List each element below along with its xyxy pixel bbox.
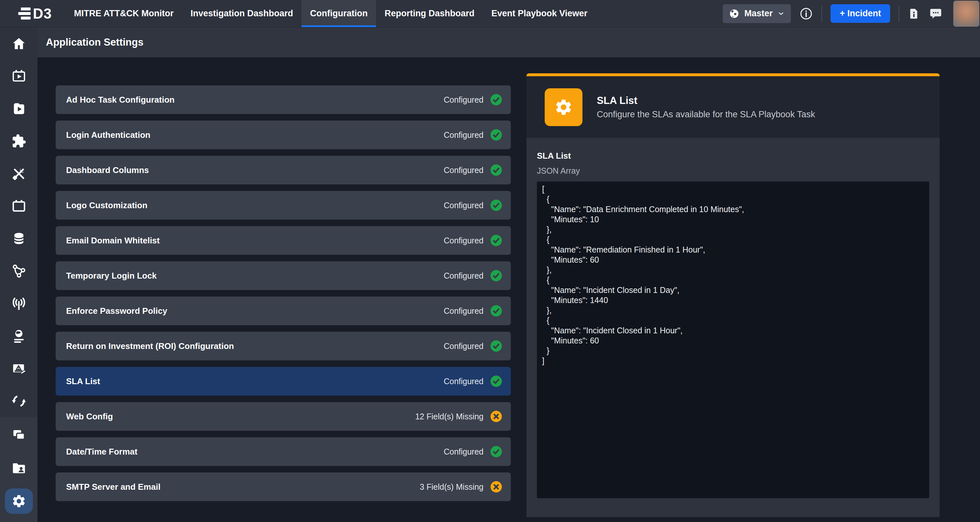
topbar-divider	[821, 6, 822, 22]
settings-row-email-domain-whitelist[interactable]: Email Domain Whitelist Configured	[56, 226, 511, 255]
status-text: 3 Field(s) Missing	[420, 482, 484, 492]
settings-row-temporary-login-lock[interactable]: Temporary Login Lock Configured	[56, 261, 511, 290]
x-circle-icon	[490, 480, 503, 493]
application-settings-list: Ad Hoc Task Configuration Configured Log…	[56, 85, 511, 508]
sidebar-item-settings[interactable]	[0, 485, 37, 517]
status-text: Configured	[444, 447, 484, 457]
topbar-right-cluster: Master + Incident	[723, 0, 980, 27]
status-text: Configured	[444, 166, 484, 175]
d3-logo-icon	[18, 8, 30, 19]
sla-list-detail-panel: SLA List Configure the SLAs available fo…	[527, 73, 940, 517]
workspace-label: Master	[744, 8, 773, 19]
configuration-content: Ad Hoc Task Configuration Configured Log…	[37, 57, 980, 522]
panel-header: SLA List Configure the SLAs available fo…	[527, 76, 940, 138]
globe-lines-icon[interactable]	[0, 320, 37, 353]
check-circle-icon	[490, 199, 503, 211]
status-text: Configured	[444, 271, 484, 281]
settings-row-login-authentication[interactable]: Login Authentication Configured	[56, 121, 511, 149]
calendar-icon[interactable]	[0, 190, 37, 223]
database-icon[interactable]	[0, 223, 37, 255]
main-nav-tabs: MITRE ATT&CK Monitor Investigation Dashb…	[65, 0, 596, 27]
globe-icon	[729, 8, 740, 19]
sla-list-field-label: SLA List	[537, 151, 929, 161]
calendar-play-icon[interactable]	[0, 60, 37, 93]
settings-row-ad-hoc-task-configuration[interactable]: Ad Hoc Task Configuration Configured	[56, 85, 511, 114]
check-circle-icon	[490, 445, 503, 458]
document-alert-icon[interactable]	[0, 353, 37, 385]
settings-row-logo-customization[interactable]: Logo Customization Configured	[56, 191, 511, 220]
page-header: Application Settings	[37, 27, 980, 57]
status-text: 12 Field(s) Missing	[415, 412, 484, 421]
settings-row-smtp-server-and-email[interactable]: SMTP Server and Email 3 Field(s) Missing	[56, 473, 511, 501]
puzzle-icon[interactable]	[0, 125, 37, 157]
settings-row-web-config[interactable]: Web Config 12 Field(s) Missing	[56, 402, 511, 431]
settings-row-date-time-format[interactable]: Date/Time Format Configured	[56, 437, 511, 466]
antenna-icon[interactable]	[0, 287, 37, 320]
info-circle-icon[interactable]	[799, 7, 813, 21]
user-avatar-photo	[953, 1, 979, 27]
check-circle-icon	[490, 164, 503, 176]
status-text: Configured	[444, 342, 484, 351]
tab-event-playbook-viewer[interactable]: Event Playbook Viewer	[483, 0, 596, 27]
chevron-down-icon	[777, 10, 785, 18]
sync-icon[interactable]	[0, 385, 37, 417]
tab-reporting-dashboard[interactable]: Reporting Dashboard	[376, 0, 483, 27]
status-text: Configured	[444, 236, 484, 245]
check-circle-icon	[490, 94, 503, 106]
panel-title: SLA List	[597, 95, 815, 107]
settings-active-highlight	[5, 488, 33, 514]
check-circle-icon	[490, 270, 503, 282]
check-circle-icon	[490, 375, 503, 388]
check-circle-icon	[490, 340, 503, 352]
panel-body: SLA List JSON Array [ { "Name": "Data En…	[527, 138, 940, 517]
check-circle-icon	[490, 305, 503, 317]
top-navbar: D3 MITRE ATT&CK Monitor Investigation Da…	[0, 0, 980, 27]
tools-icon[interactable]	[0, 157, 37, 190]
page-title: Application Settings	[46, 37, 143, 48]
settings-row-sla-list[interactable]: SLA List Configured	[56, 367, 511, 396]
x-circle-icon	[490, 410, 503, 423]
status-text: Configured	[444, 95, 484, 105]
status-text: Configured	[444, 306, 484, 316]
copy-icon[interactable]	[0, 419, 37, 452]
panel-accent-bar	[527, 73, 940, 76]
home-icon[interactable]	[0, 27, 37, 60]
workspace-selector[interactable]: Master	[723, 4, 791, 23]
left-icon-sidebar	[0, 27, 37, 522]
check-circle-icon	[490, 129, 503, 141]
check-circle-icon	[490, 234, 503, 247]
user-avatar[interactable]	[953, 1, 979, 27]
settings-row-dashboard-columns[interactable]: Dashboard Columns Configured	[56, 156, 511, 184]
document-info-icon[interactable]	[908, 8, 920, 20]
folder-user-icon[interactable]	[0, 452, 37, 485]
gear-icon	[545, 88, 582, 126]
tab-investigation-dashboard[interactable]: Investigation Dashboard	[182, 0, 301, 27]
status-text: Configured	[444, 130, 484, 140]
d3-logo[interactable]: D3	[0, 0, 65, 27]
sla-list-field-type: JSON Array	[537, 166, 929, 176]
tab-configuration[interactable]: Configuration	[301, 0, 376, 27]
panel-subtitle: Configure the SLAs available for the SLA…	[597, 110, 815, 120]
status-text: Configured	[444, 201, 484, 210]
status-text: Configured	[444, 377, 484, 386]
d3-logo-text: D3	[33, 6, 52, 22]
sidebar-bottom-section	[0, 417, 37, 522]
new-incident-button[interactable]: + Incident	[830, 4, 890, 23]
topbar-divider	[899, 6, 899, 22]
sla-json-editor[interactable]: [ { "Name": "Data Enrichment Completed i…	[537, 182, 929, 498]
settings-row-roi-configuration[interactable]: Return on Investment (ROI) Configuration…	[56, 332, 511, 361]
tab-mitre-attck-monitor[interactable]: MITRE ATT&CK Monitor	[65, 0, 182, 27]
settings-gear-icon	[11, 494, 26, 509]
share-nodes-icon[interactable]	[0, 255, 37, 287]
playbook-icon[interactable]	[0, 93, 37, 125]
chat-bubble-icon[interactable]	[929, 6, 943, 21]
main-area: Application Settings Ad Hoc Task Configu…	[37, 27, 980, 522]
settings-row-enforce-password-policy[interactable]: Enforce Password Policy Configured	[56, 297, 511, 325]
